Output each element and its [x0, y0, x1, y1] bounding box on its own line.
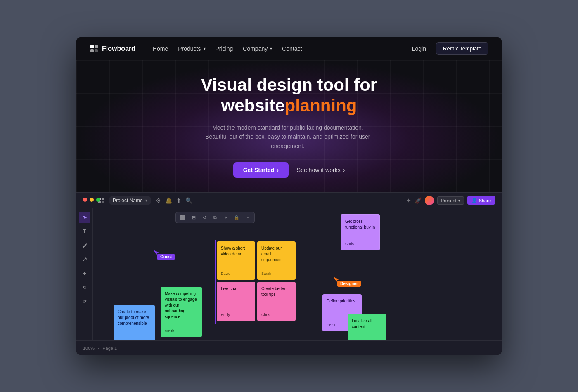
undo-button[interactable]: [79, 282, 90, 293]
sticky-text: Make compelling visuals to engage with o…: [165, 291, 197, 319]
designer-cursor-label: Designer: [337, 281, 361, 287]
sticky-author: Chris: [261, 312, 270, 318]
sticky-note-6[interactable]: Live chat Emily: [217, 282, 255, 321]
settings-icon[interactable]: ⚙: [156, 197, 161, 204]
upload-icon[interactable]: ⬆: [176, 197, 181, 204]
arrow-tool[interactable]: [79, 254, 90, 265]
sticky-author: Sarah: [261, 271, 271, 276]
sticky-author: Emily: [221, 312, 230, 318]
nav-products[interactable]: Products: [174, 43, 209, 54]
app-toolbar: Project Name ▾ ⚙ 🔔 ⬆ 🔍 ✦ 🚀 Present ▾ 👤: [76, 193, 502, 208]
guest-cursor-area: Guest: [153, 250, 159, 257]
svg-rect-1: [95, 45, 98, 48]
svg-rect-3: [95, 49, 98, 52]
traffic-light-yellow[interactable]: [90, 198, 94, 202]
designer-cursor-area: Designer: [333, 276, 339, 284]
traffic-light-red[interactable]: [83, 198, 87, 202]
frame-icon[interactable]: ⬜: [179, 214, 187, 221]
edit-toolbar: ⬜ ⊞ ↺ ⧉ ⌖ 🔒 ···: [175, 212, 255, 223]
chevron-right-icon: ›: [343, 167, 345, 173]
canvas-area: T +: [76, 208, 502, 340]
toolbar-right: ✦ 🚀 Present ▾ 👤 Share: [406, 196, 495, 205]
hero-title-line1: Visual design tool for: [201, 75, 377, 94]
share-button[interactable]: 👤 Share: [467, 196, 495, 205]
sticky-text: Show a short video demo: [221, 246, 245, 256]
sticky-note-7[interactable]: Create better tool tips Chris: [257, 282, 296, 321]
nav-home[interactable]: Home: [149, 43, 172, 54]
status-divider: ·: [98, 346, 99, 351]
present-button[interactable]: Present ▾: [437, 196, 464, 205]
nav-left: Flowboard Home Products Pricing Company …: [90, 43, 306, 54]
sticky-author: Chris: [345, 241, 354, 247]
page-indicator: Page 1: [102, 346, 117, 351]
sticky-note-10[interactable]: Localize all content Andrew: [348, 314, 386, 340]
cursor-tool[interactable]: [79, 212, 90, 223]
project-name-text: Project Name: [113, 198, 143, 203]
main-canvas[interactable]: ⬜ ⊞ ↺ ⧉ ⌖ 🔒 ··· Create to make our produ…: [93, 208, 502, 340]
svg-rect-5: [102, 198, 104, 200]
project-name-area[interactable]: Project Name ▾: [109, 196, 151, 205]
sticky-author: David: [221, 271, 230, 276]
sticky-author: Smith: [165, 328, 174, 334]
text-tool[interactable]: T: [79, 226, 90, 237]
sticky-text: Get cross functional buy in: [345, 219, 375, 229]
sticky-author: Chris: [327, 323, 335, 328]
nav-pricing[interactable]: Pricing: [211, 43, 237, 54]
sticky-text: Define priorities: [327, 299, 355, 303]
sticky-note-1[interactable]: Create to make our product more comprehe…: [114, 305, 155, 340]
sticky-text: Update our email sequences: [261, 246, 282, 262]
redo-button[interactable]: [79, 296, 90, 307]
sticky-note-8[interactable]: Get cross functional buy in Chris: [341, 214, 380, 250]
logo-text: Flowboard: [102, 45, 135, 52]
arrow-right-icon: ›: [277, 167, 279, 173]
toolbar-icons: ⚙ 🔔 ⬆ 🔍: [156, 197, 192, 204]
traffic-light-green[interactable]: [96, 198, 100, 202]
grid-icon[interactable]: ⊞: [190, 214, 197, 221]
login-button[interactable]: Login: [407, 43, 431, 54]
svg-rect-0: [90, 45, 94, 48]
sticky-note-5[interactable]: Update our email sequences Sarah: [257, 241, 296, 280]
sticky-author: Andrew: [352, 338, 365, 340]
sticky-text: Create better tool tips: [261, 286, 285, 297]
search-icon[interactable]: 🔍: [185, 197, 192, 204]
sticky-note-2[interactable]: Make compelling visuals to engage with o…: [161, 287, 202, 337]
guest-cursor-label: Guest: [157, 254, 175, 260]
nav-links: Home Products Pricing Company Contact: [149, 43, 306, 54]
user-avatar[interactable]: [425, 196, 434, 205]
left-toolbar: T +: [76, 208, 93, 340]
bell-icon[interactable]: 🔔: [165, 197, 172, 204]
logo[interactable]: Flowboard: [90, 44, 135, 53]
tool-rocket-icon[interactable]: 🚀: [415, 197, 422, 204]
nav-company[interactable]: Company: [239, 43, 276, 54]
nav-right: Login Remix Template: [407, 42, 488, 55]
sticky-author: Johnson: [118, 340, 132, 340]
traffic-lights: [83, 198, 100, 202]
sticky-text: Create to make our product more comprehe…: [118, 309, 149, 326]
hero-section: Visual design tool for websiteplanning M…: [76, 60, 502, 192]
add-tool[interactable]: +: [79, 268, 90, 279]
nav-contact[interactable]: Contact: [278, 43, 306, 54]
sticky-text: Localize all content: [352, 319, 372, 329]
see-how-button[interactable]: See how it works ›: [297, 167, 345, 173]
dropdown-chevron-icon: ▾: [145, 198, 147, 203]
remix-template-button[interactable]: Remix Template: [436, 42, 488, 55]
sticky-note-3[interactable]: Minimize the time to find new clients: [161, 340, 202, 340]
rotate-icon[interactable]: ↺: [201, 214, 208, 221]
browser-window: Flowboard Home Products Pricing Company …: [76, 37, 502, 355]
hero-actions: Get Started › See how it works ›: [201, 162, 377, 178]
hero-title: Visual design tool for websiteplanning: [201, 75, 377, 116]
sticky-note-4[interactable]: Show a short video demo David: [217, 241, 255, 280]
pen-tool[interactable]: [79, 240, 90, 251]
hero-title-accent: planning: [285, 96, 357, 115]
zoom-level: 100%: [83, 346, 95, 351]
duplicate-icon[interactable]: ⧉: [211, 214, 219, 221]
navbar: Flowboard Home Products Pricing Company …: [76, 37, 502, 60]
more-icon[interactable]: ···: [244, 214, 251, 221]
inner-app: Project Name ▾ ⚙ 🔔 ⬆ 🔍 ✦ 🚀 Present ▾ 👤: [76, 192, 502, 355]
link-icon[interactable]: ⌖: [222, 214, 230, 221]
hero-content: Visual design tool for websiteplanning M…: [201, 75, 377, 178]
svg-rect-2: [90, 49, 94, 52]
get-started-button[interactable]: Get Started ›: [233, 162, 289, 178]
lock-icon[interactable]: 🔒: [233, 214, 240, 221]
tool-wand-icon[interactable]: ✦: [406, 197, 411, 204]
